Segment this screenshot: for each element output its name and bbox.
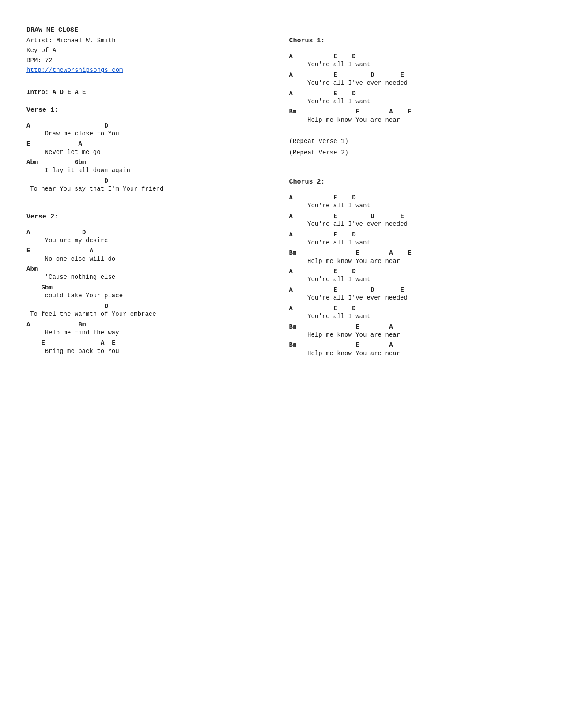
chorus2-header: Chorus 2:: [289, 178, 537, 186]
chorus1-line-4: Bm E A E Help me know You are near: [289, 108, 537, 124]
verse1-line-1: A D Draw me close to You: [26, 122, 262, 139]
repeat-verse2: (Repeat Verse 2): [289, 149, 537, 156]
verse2-line-5: D To feel the warmth of Your embrace: [26, 302, 262, 319]
left-column: DRAW ME CLOSE Artist: Michael W. Smith K…: [26, 26, 271, 360]
lyric-line: You're all I want: [289, 275, 537, 284]
lyric-line: could take Your place: [26, 292, 262, 300]
verse1-line-3: Abm Gbm I lay it all down again: [26, 158, 262, 175]
lyric-line: Bring me back to You: [26, 347, 262, 356]
verse2-line-2: E A No one else will do: [26, 247, 262, 263]
chord-line: Abm Gbm: [26, 158, 262, 166]
chord-line: Bm E A E: [289, 249, 537, 257]
chord-line: A E D: [289, 267, 537, 275]
right-column: Chorus 1: A E D You're all I want A E D …: [271, 26, 537, 360]
verse1-line-4: D To hear You say that I'm Your friend: [26, 177, 262, 194]
chord-line: E A E: [26, 339, 262, 347]
lyric-line: You're all I've ever needed: [289, 294, 537, 303]
chord-line: Bm E A E: [289, 108, 537, 116]
lyric-line: You're all I've ever needed: [289, 220, 537, 229]
lyric-line: You're all I want: [289, 202, 537, 210]
lyric-line: You're all I want: [289, 98, 537, 106]
chord-line: E A: [26, 140, 262, 148]
lyric-line: To feel the warmth of Your embrace: [26, 310, 262, 319]
chord-line: A E D: [289, 304, 537, 312]
chord-line: D: [26, 302, 262, 310]
lyric-line: 'Cause nothing else: [26, 273, 262, 282]
chord-line: A E D: [289, 231, 537, 239]
chorus2-line-4: Bm E A E Help me know You are near: [289, 249, 537, 266]
chorus2-line-6: A E D E You're all I've ever needed: [289, 286, 537, 303]
lyric-line: I lay it all down again: [26, 166, 262, 175]
intro-line: Intro: A D E A E: [26, 89, 262, 96]
lyric-line: Help me know You are near: [289, 257, 537, 266]
verse2-line-1: A D You are my desire: [26, 229, 262, 245]
lyric-line: Help me know You are near: [289, 349, 537, 358]
chorus2-line-2: A E D E You're all I've ever needed: [289, 212, 537, 229]
key-label: Key of A: [26, 45, 262, 55]
lyric-line: You're all I want: [289, 239, 537, 248]
verse2-line-7: E A E Bring me back to You: [26, 339, 262, 356]
chorus2-line-3: A E D You're all I want: [289, 231, 537, 248]
song-title: DRAW ME CLOSE: [26, 26, 262, 34]
chord-line: A D: [26, 229, 262, 236]
chord-line: Abm: [26, 265, 262, 273]
lyric-line: You're all I've ever needed: [289, 79, 537, 88]
lyric-line: Help me find the way: [26, 329, 262, 338]
lyric-line: Help me know You are near: [289, 116, 537, 125]
chord-line: A Bm: [26, 321, 262, 329]
chord-line: Bm E A: [289, 323, 537, 331]
chorus2-line-9: Bm E A Help me know You are near: [289, 341, 537, 358]
lyric-line: No one else will do: [26, 255, 262, 264]
verse2-line-4: Gbm could take Your place: [26, 284, 262, 300]
chord-line: A D: [26, 122, 262, 130]
chorus1-line-3: A E D You're all I want: [289, 90, 537, 106]
chorus2-line-5: A E D You're all I want: [289, 267, 537, 284]
bpm-label: BPM: 72: [26, 56, 262, 65]
lyric-line: You're all I want: [289, 60, 537, 69]
chord-line: D: [26, 177, 262, 185]
lyric-line: Never let me go: [26, 148, 262, 157]
chord-line: A E D E: [289, 212, 537, 220]
verse1-line-2: E A Never let me go: [26, 140, 262, 157]
lyric-line: Draw me close to You: [26, 130, 262, 139]
lyric-line: You are my desire: [26, 236, 262, 245]
chord-line: A E D E: [289, 286, 537, 294]
chord-line: E A: [26, 247, 262, 255]
verse2-line-6: A Bm Help me find the way: [26, 321, 262, 338]
verse2-line-3: Abm 'Cause nothing else: [26, 265, 262, 282]
verse2-header: Verse 2:: [26, 213, 262, 221]
chorus1-line-1: A E D You're all I want: [289, 53, 537, 69]
chorus2-line-1: A E D You're all I want: [289, 194, 537, 210]
artist-label: Artist: Michael W. Smith: [26, 36, 262, 45]
chord-line: A E D: [289, 90, 537, 98]
lyric-line: To hear You say that I'm Your friend: [26, 185, 262, 194]
page-container: DRAW ME CLOSE Artist: Michael W. Smith K…: [26, 26, 537, 360]
lyric-line: You're all I want: [289, 312, 537, 321]
chorus1-header: Chorus 1:: [289, 37, 537, 45]
chorus2-line-8: Bm E A Help me know You are near: [289, 323, 537, 340]
lyric-line: Help me know You are near: [289, 331, 537, 340]
repeat-verse1: (Repeat Verse 1): [289, 138, 537, 145]
song-link[interactable]: http://theworshipsongs.com: [26, 67, 123, 74]
chorus1-line-2: A E D E You're all I've ever needed: [289, 71, 537, 88]
chord-line: A E D E: [289, 71, 537, 79]
chord-line: Gbm: [26, 284, 262, 292]
verse1-header: Verse 1:: [26, 106, 262, 114]
chord-line: A E D: [289, 194, 537, 202]
chorus2-line-7: A E D You're all I want: [289, 304, 537, 321]
chord-line: Bm E A: [289, 341, 537, 349]
chord-line: A E D: [289, 53, 537, 60]
